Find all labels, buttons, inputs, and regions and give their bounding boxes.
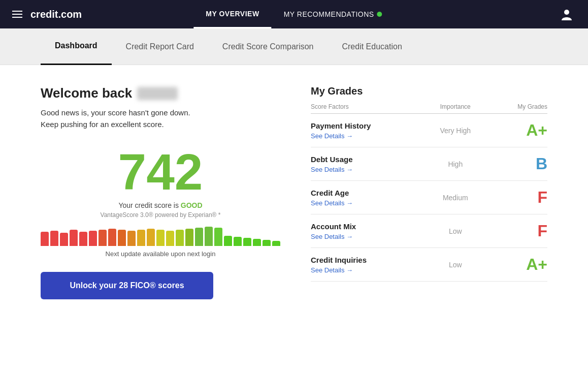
score-bar-segment [205, 227, 213, 246]
grade-row: Credit Inquiries See Details → Low A+ [311, 248, 547, 282]
grade-value: B [495, 154, 547, 173]
score-bar-segment [234, 237, 242, 246]
score-bar-segment [41, 232, 49, 246]
grade-value: A+ [495, 255, 547, 274]
importance-value: Very High [416, 127, 495, 135]
logo-text: credit.com [30, 9, 82, 20]
header-grade: My Grades [495, 103, 547, 110]
score-bar-segment [195, 228, 203, 246]
grade-row: Payment History See Details → Very High … [311, 114, 547, 147]
grade-factor: Credit Age See Details → [311, 189, 416, 207]
see-details-link[interactable]: See Details → [311, 199, 416, 207]
factor-name: Account Mix [311, 222, 416, 231]
grade-value: F [495, 188, 547, 207]
subtitle: Good news is, your score hasn't gone dow… [41, 107, 280, 130]
score-bar-segment [99, 230, 107, 246]
tab-dashboard[interactable]: Dashboard [41, 28, 112, 65]
grade-value: A+ [495, 121, 547, 140]
grades-table: Payment History See Details → Very High … [311, 114, 547, 282]
score-quality-label: Your credit score is GOOD [41, 201, 280, 209]
score-bar-segment [137, 230, 145, 246]
sub-navigation: Dashboard Credit Report Card Credit Scor… [0, 28, 588, 65]
right-panel: My Grades Score Factors Importance My Gr… [311, 85, 547, 352]
grades-title: My Grades [311, 85, 547, 97]
grade-row: Account Mix See Details → Low F [311, 214, 547, 248]
see-details-link[interactable]: See Details → [311, 233, 416, 240]
score-bar-segment [118, 230, 126, 246]
menu-icon[interactable] [12, 11, 22, 18]
logo: credit.com [30, 9, 82, 20]
header-factor: Score Factors [311, 103, 416, 110]
see-details-link[interactable]: See Details → [311, 132, 416, 140]
factor-name: Credit Age [311, 189, 416, 197]
tab-credit-score-comparison[interactable]: Credit Score Comparison [208, 28, 328, 65]
score-bar-segment [147, 229, 155, 246]
score-bar-segment [70, 230, 78, 246]
tab-credit-report-card[interactable]: Credit Report Card [112, 28, 208, 65]
importance-value: Low [416, 227, 495, 235]
recommendations-dot [377, 12, 382, 17]
factor-name: Credit Inquiries [311, 256, 416, 264]
score-bar-segment [253, 239, 261, 246]
grade-factor: Credit Inquiries See Details → [311, 256, 416, 274]
see-details-link[interactable]: See Details → [311, 166, 416, 173]
user-name-blurred [137, 87, 178, 100]
importance-value: High [416, 160, 495, 168]
score-bar-segment [263, 240, 271, 246]
grade-factor: Account Mix See Details → [311, 222, 416, 240]
score-bar-segment [166, 231, 174, 246]
tab-credit-education[interactable]: Credit Education [328, 28, 416, 65]
score-bar-segment [156, 230, 165, 246]
left-panel: Welcome back Good news is, your score ha… [41, 85, 280, 352]
nav-my-overview[interactable]: MY OVERVIEW [193, 0, 271, 28]
header-importance: Importance [416, 103, 495, 110]
unlock-fico-button[interactable]: Unlock your 28 FICO® scores [41, 272, 213, 299]
welcome-heading: Welcome back [41, 85, 280, 101]
score-bar [41, 227, 280, 246]
see-details-link[interactable]: See Details → [311, 266, 416, 274]
next-update-label: Next update available upon next login [41, 250, 280, 258]
grade-row: Debt Usage See Details → High B [311, 147, 547, 181]
score-quality: GOOD [181, 201, 203, 209]
score-bar-segment [79, 232, 87, 246]
importance-value: Low [416, 261, 495, 269]
score-bar-segment [243, 238, 251, 246]
score-bar-segment [185, 229, 193, 246]
score-bar-segment [60, 233, 68, 246]
main-content: Welcome back Good news is, your score ha… [0, 65, 588, 372]
score-bar-segment [50, 231, 58, 246]
importance-value: Medium [416, 194, 495, 202]
score-bar-segment [214, 228, 222, 246]
score-bar-segment [224, 236, 232, 246]
score-bar-segment [272, 241, 280, 246]
grades-header: Score Factors Importance My Grades [311, 103, 547, 114]
grade-value: F [495, 222, 547, 240]
vantage-label: VantageScore 3.0® powered by Experian® * [41, 211, 280, 219]
score-bar-segment [127, 231, 136, 246]
score-bar-segment [108, 229, 116, 246]
svg-point-0 [564, 10, 569, 15]
user-icon[interactable] [558, 5, 576, 23]
top-navigation: credit.com MY OVERVIEW MY RECOMMENDATION… [0, 0, 588, 28]
score-bar-segment [89, 231, 97, 246]
grade-factor: Debt Usage See Details → [311, 155, 416, 173]
credit-score: 742 [41, 146, 280, 197]
nav-center: MY OVERVIEW MY RECOMMENDATIONS [193, 0, 394, 28]
factor-name: Payment History [311, 121, 416, 130]
grade-row: Credit Age See Details → Medium F [311, 181, 547, 214]
grade-factor: Payment History See Details → [311, 121, 416, 140]
factor-name: Debt Usage [311, 155, 416, 164]
score-bar-segment [176, 230, 184, 246]
nav-my-recommendations[interactable]: MY RECOMMENDATIONS [272, 0, 395, 28]
